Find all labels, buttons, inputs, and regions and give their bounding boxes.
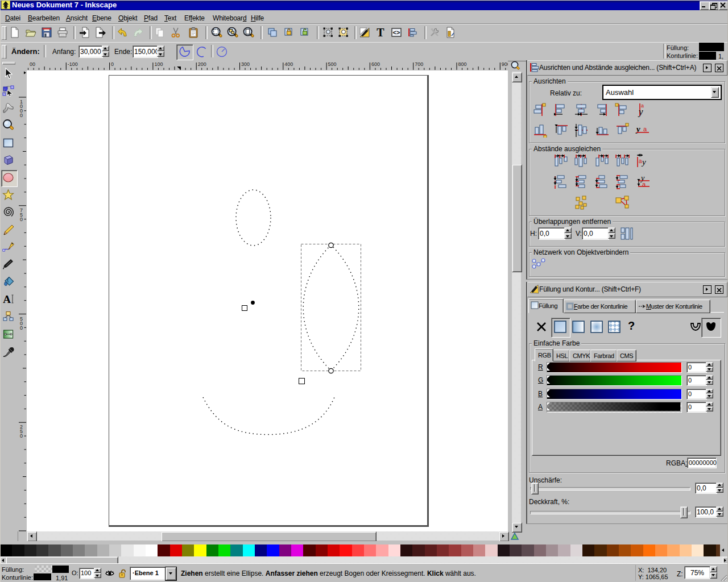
svg-text:y: y [641, 157, 646, 167]
svg-text:T: T [377, 27, 384, 38]
svg-text:0: 0 [20, 325, 23, 331]
svg-text:a: a [642, 181, 646, 188]
svg-text:0: 0 [111, 61, 114, 67]
svg-text:a: a [643, 126, 647, 132]
svg-text:0: 0 [20, 433, 23, 439]
svg-text:0: 0 [20, 217, 23, 222]
svg-text:900: 900 [502, 61, 508, 67]
svg-text:200: 200 [198, 61, 206, 67]
svg-text:500: 500 [328, 61, 337, 67]
svg-text:400: 400 [284, 61, 293, 67]
svg-text:300: 300 [241, 61, 250, 67]
svg-text:A: A [3, 293, 11, 305]
svg-text:0: 0 [20, 113, 23, 118]
svg-text:800: 800 [458, 61, 467, 67]
svg-text:00: 00 [30, 61, 35, 67]
svg-text:700: 700 [415, 61, 423, 67]
svg-text:<>: <> [393, 29, 400, 36]
svg-text:600: 600 [371, 61, 380, 67]
svg-text:y: y [638, 106, 643, 117]
svg-text:100: 100 [154, 61, 163, 67]
svg-text:-100: -100 [68, 61, 78, 67]
